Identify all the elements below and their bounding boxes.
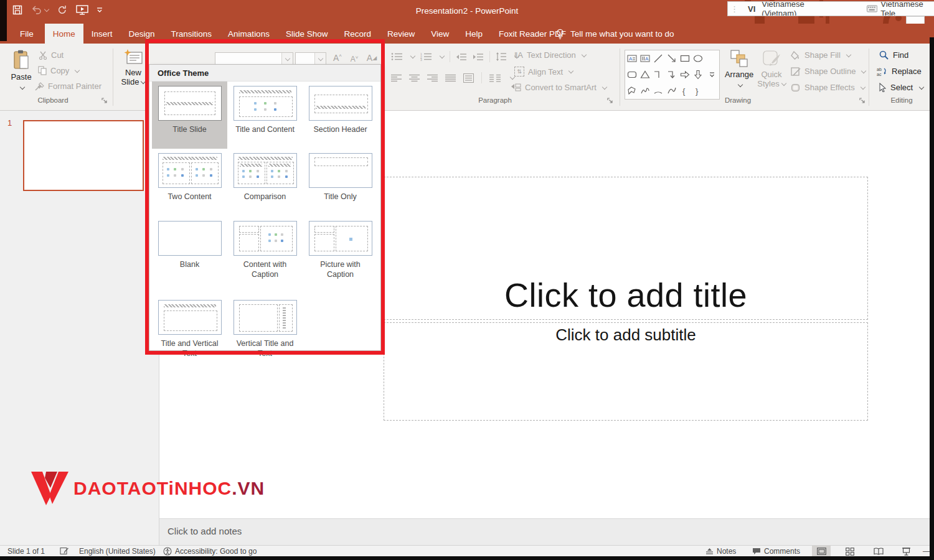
tab-review[interactable]: Review [379,24,423,44]
replace-button[interactable]: abac Replace [877,67,922,76]
tab-transitions[interactable]: Transitions [163,24,220,44]
language-code[interactable]: VI [748,4,755,14]
textbox-icon[interactable]: A [627,54,637,63]
down-arrow-shape-icon[interactable] [693,70,703,80]
layout-option-vertical-title[interactable]: Vertical Title and Text [227,296,303,365]
accessibility-status[interactable]: Accessibility: Good to go [163,547,257,556]
tell-me-box[interactable]: Tell me what you want to do [556,24,674,44]
copy-icon [38,66,47,75]
numbering-button[interactable]: 123 [420,52,432,61]
align-text-button[interactable]: ⇅ Align Text [514,67,573,77]
layout-option-title-slide[interactable]: Title Slide [152,82,227,149]
convert-smartart-button[interactable]: Convert to SmartArt [511,83,606,92]
format-painter-button[interactable]: Format Painter [35,82,101,91]
keyboard-layout[interactable]: Vietnamese Tele [867,1,934,16]
notes-pane[interactable]: Click to add notes [159,518,930,546]
find-button[interactable]: Find [879,50,908,60]
layout-option-picture-caption[interactable]: Picture with Caption [303,217,378,296]
layout-option-two-content[interactable]: Two Content [152,149,227,217]
elbow-arrow-connector-icon[interactable] [667,70,677,80]
cut-button[interactable]: Cut [39,50,64,60]
tab-slide-show[interactable]: Slide Show [278,24,336,44]
tell-me-label[interactable]: Tell me what you want to do [570,29,674,39]
oval-shape-icon[interactable] [693,54,703,63]
reading-view-button[interactable] [869,546,888,557]
paragraph-dialog-launcher[interactable] [607,98,613,104]
layout-option-comparison[interactable]: Comparison [227,149,303,217]
columns-button[interactable] [489,74,501,82]
align-center-button[interactable] [409,74,420,82]
decrease-font-size-button[interactable]: A˅ [347,53,361,65]
tab-file[interactable]: File [9,24,45,44]
drawing-dialog-launcher[interactable] [859,98,866,104]
slide-thumbnail-1[interactable] [23,120,144,191]
elbow-connector-icon[interactable] [653,70,663,80]
rounded-rectangle-shape-icon[interactable] [627,70,637,80]
tab-help[interactable]: Help [457,24,491,44]
arrange-button[interactable]: Arrange [724,49,754,90]
left-brace-shape-icon[interactable]: { [680,86,690,96]
paste-icon [13,50,30,70]
clear-formatting-button[interactable]: A◢ [365,52,379,64]
decrease-indent-button[interactable] [456,53,467,61]
increase-indent-button[interactable] [473,53,484,61]
freeform-shape-icon[interactable] [627,86,637,96]
vertical-textbox-icon[interactable]: A [640,54,650,63]
align-right-button[interactable] [427,74,438,82]
rectangle-shape-icon[interactable] [680,54,690,63]
status-language[interactable]: English (United States) [79,547,156,556]
notes-placeholder[interactable]: Click to add notes [159,519,930,536]
layout-option-blank[interactable]: Blank [152,217,227,296]
line-spacing-button[interactable] [496,52,507,61]
clipboard-dialog-launcher[interactable] [101,98,108,104]
distribute-text-button[interactable] [463,73,474,83]
align-left-button[interactable] [391,74,402,82]
triangle-shape-icon[interactable] [640,70,650,80]
language-bar[interactable]: ⋮ VI Vietnamese (Vietnam) Vietnamese Tel… [727,1,934,16]
tab-view[interactable]: View [423,24,457,44]
shape-effects-button[interactable]: Shape Effects [791,83,865,92]
slideshow-view-button[interactable] [897,546,915,557]
right-brace-shape-icon[interactable]: } [693,86,703,96]
notes-toggle[interactable]: Notes [705,547,736,556]
quick-styles-button[interactable]: Quick Styles [756,49,787,88]
right-arrow-shape-icon[interactable] [680,70,690,80]
tab-insert[interactable]: Insert [83,24,121,44]
comments-toggle[interactable]: Comments [752,547,800,556]
curve-shape-icon[interactable] [667,86,677,96]
align-text-label: Align Text [528,67,563,77]
shape-outline-button[interactable]: Shape Outline [791,67,866,76]
arc-shape-icon[interactable] [653,86,663,96]
layout-option-content-caption[interactable]: Content with Caption [227,217,303,296]
drawing-group-label: Drawing [704,96,772,104]
language-name[interactable]: Vietnamese (Vietnam) [762,1,834,16]
tab-home[interactable]: Home [45,24,83,44]
title-placeholder[interactable]: Click to add title [384,177,868,320]
select-button[interactable]: Select [879,83,923,92]
tab-design[interactable]: Design [121,24,163,44]
scribble-shape-icon[interactable] [640,86,650,96]
layout-option-title-content[interactable]: Title and Content [227,82,303,149]
justify-button[interactable] [445,74,456,82]
layout-option-title-only[interactable]: Title Only [303,149,378,217]
layout-option-section-header[interactable]: Section Header [303,82,378,149]
bullets-button[interactable] [391,52,403,61]
arrow-shape-icon[interactable] [667,54,677,63]
tab-record[interactable]: Record [336,24,379,44]
text-direction-button[interactable]: ‖A Text Direction [514,50,586,60]
slide-sorter-view-button[interactable] [841,546,859,557]
copy-button[interactable]: Copy [38,66,79,75]
layout-thumbnail [234,221,297,256]
layout-option-title-vertical[interactable]: Title and Vertical Text [152,296,227,365]
line-shape-icon[interactable] [653,54,663,63]
new-slide-button[interactable]: New Slide [120,49,147,86]
subtitle-placeholder[interactable]: Click to add subtitle [384,322,868,421]
tab-animations[interactable]: Animations [220,24,278,44]
increase-font-size-button[interactable]: A˄ [331,52,344,64]
normal-view-button[interactable] [812,546,831,557]
spell-check-button[interactable] [60,547,69,555]
shapes-more-button[interactable] [704,50,720,100]
slide-indicator[interactable]: Slide 1 of 1 [7,547,45,556]
paste-button[interactable]: Paste [9,50,34,93]
shape-fill-button[interactable]: Shape Fill [791,50,851,60]
